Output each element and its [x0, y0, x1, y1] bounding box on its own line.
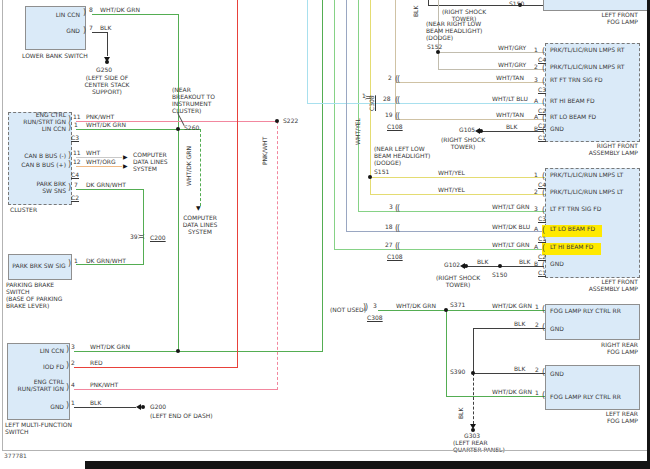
rr-row1-label: FOG LAMP RLY CTRL RR — [550, 307, 621, 314]
pbs-pin-label: PARK BRK SW SIG — [9, 262, 69, 269]
s222-label: S222 — [283, 117, 298, 124]
wire-parkbrk-2 — [76, 264, 143, 265]
rr-pin1-num: 1 — [535, 303, 539, 310]
cluster-pin5-bracket: ) — [68, 184, 70, 192]
g303-id: G303 — [464, 432, 480, 439]
cluster-pin5-wire: DK GRN/WHT — [86, 181, 126, 188]
g303-wire-label: BLK — [457, 408, 464, 419]
lf-r5-bracket: ( — [542, 245, 544, 253]
cluster-pin2-wire: WHT/DK GRN — [86, 121, 126, 128]
c308-rear-name: C308 — [367, 314, 383, 321]
not-used-note: (NOT USED) — [330, 306, 366, 313]
wire-lbs-lin — [92, 14, 178, 15]
data-lines-down-arrow-icon: ▼ — [196, 205, 201, 211]
mfs-pin-gnd: GND — [12, 403, 64, 410]
mfs-pin4-num: 1 — [71, 399, 75, 406]
s152-splice-dot — [436, 50, 440, 54]
wire-ltlo-v — [346, 0, 347, 232]
pbs-pin-bracket: ) — [68, 260, 70, 268]
cluster-conn-c3: C3 — [71, 134, 79, 141]
mfs-pin3-bracket: ) — [66, 384, 68, 392]
wire-g303-dashed — [473, 373, 474, 424]
pbs-pin-num: 1 — [74, 257, 78, 264]
lbs-pin1-num: 8 — [89, 6, 93, 13]
rf-r4-bracket: ( — [542, 99, 544, 107]
s151-location: (NEAR LEFT LOW BEAM HEADLIGHT) (DODGE) — [374, 145, 430, 166]
rf-r1-bracket: ( — [542, 48, 544, 56]
cluster-conn-c2: C2 — [71, 194, 79, 201]
lbs-pin1-wire-label: WHT/DK GRN — [100, 6, 140, 13]
topfog-wire-label: BLK — [412, 6, 419, 17]
rf-r6-label: GND — [550, 125, 564, 132]
rf-r3-ext-num: 2 — [388, 74, 392, 81]
lr-pin2-num: 1 — [535, 389, 539, 396]
mfs-pin3-wire: PNK/WHT — [90, 381, 118, 388]
wire-data-dashed — [200, 129, 201, 206]
g105-location: (RIGHT SHOCK TOWER) — [438, 136, 488, 150]
wire-mfs-iod — [74, 367, 238, 368]
s151-label: S151 — [374, 168, 389, 175]
bottom-taskbar-strip — [85, 461, 650, 469]
rr-row2-label: GND — [550, 325, 564, 332]
rr-wire2-label: BLK — [514, 320, 525, 327]
left-front-assembly-lamp-title: LEFT FRONT ASSEMBLY LAMP — [578, 278, 638, 292]
c200-connector-icon: )( — [137, 234, 144, 239]
cluster-conn-c4: C4 — [71, 171, 79, 178]
wire-tan-h2 — [395, 119, 545, 120]
s371-label: S371 — [450, 301, 465, 308]
cluster-pin1-wire: PNK/WHT — [86, 113, 114, 120]
lbs-pin1-bracket: ) — [83, 9, 85, 17]
wire-can-plus — [76, 166, 122, 167]
data-lines-destination: COMPUTER DATA LINES SYSTEM — [177, 214, 223, 235]
lr-wire2-label: WHT/DK GRN — [492, 388, 532, 395]
rf-r4-label: RT HI BEAM FD — [550, 97, 595, 104]
rf-r3-bracket: ( — [542, 78, 544, 86]
lf-r4-bracket: ( — [542, 227, 544, 235]
wire-topfog-gnd — [428, 5, 543, 6]
cluster-pin5-num: 7 — [74, 181, 78, 188]
wire-rear-feed-r — [446, 310, 545, 311]
wire-mfs-lin — [74, 351, 322, 352]
vertical-wire-label-green: WHT/DK GRN — [185, 146, 192, 186]
rf-r4-wire: WHT/LT BLU — [492, 95, 528, 102]
pbs-wire-label: DK GRN/WHT — [86, 257, 126, 264]
wire-lbs-gnd-v — [107, 32, 108, 56]
mfs-pin3-num: 4 — [71, 381, 75, 388]
rf-r3-ext-conn-icon: (( — [395, 76, 399, 84]
lr-pin2-bracket: ( — [542, 392, 544, 400]
rr-pin1-bracket: ( — [542, 306, 544, 314]
vertical-wire-label-pink: PNK/WHT — [261, 137, 268, 165]
s150-label: S150 — [492, 271, 507, 278]
rf-r6-wire: BLK — [506, 123, 517, 130]
left-rear-fog-lamp-title: LEFT REAR FOG LAMP — [578, 410, 638, 424]
rf-r4-ext-conn-icon: (( — [395, 97, 399, 105]
lf-r4-pin: A — [534, 225, 538, 232]
s390-splice-dot — [471, 371, 475, 375]
lf-r1-bracket: ( — [542, 173, 544, 181]
rf-r5-label: RT LO BEAM FD — [550, 113, 596, 120]
g102-location: (RIGHT SHOCK TOWER) — [432, 274, 484, 288]
lf-r6-conn: C1 — [538, 269, 546, 276]
wire-lbs-gnd-h — [92, 32, 107, 33]
cluster-pin3-num: 11 — [73, 149, 81, 156]
mfs-pin-lin: LIN CCN — [12, 347, 64, 354]
lf-r1-pin: 1 — [534, 171, 538, 178]
rf-r3-conn: C3 — [538, 86, 546, 93]
lf-r5-pin: A — [534, 243, 538, 250]
left-front-fog-lamp-box — [543, 0, 648, 11]
lf-r4-wire: WHT/DK BLU — [492, 223, 530, 230]
cluster-title: CLUSTER — [10, 206, 37, 213]
cluster-pin-lin: LIN CCN — [14, 125, 66, 132]
g200-location: (LEFT END OF DASH) — [150, 412, 213, 419]
rf-r1-label: PRK/TL/LIC/RUN LMPS RT — [550, 46, 624, 53]
s151-splice-dot — [368, 175, 372, 179]
lr-row1-label: GND — [550, 370, 564, 377]
wire-yel-h2 — [370, 194, 545, 195]
wire-gry-h1 — [438, 52, 545, 53]
mfs-pin2-bracket: ) — [66, 362, 68, 370]
mfs-pin-ign-2: RUN/START IGN — [12, 385, 64, 392]
lbs-pin2-wire-label: BLK — [100, 24, 111, 31]
lr-row2-label: FOG LAMP RLY CTRL RR — [550, 393, 621, 400]
g250-location: (LEFT SIDE OF CENTER STACK SUPPORT) — [72, 74, 142, 95]
lbs-pin2-num: 7 — [89, 24, 93, 31]
